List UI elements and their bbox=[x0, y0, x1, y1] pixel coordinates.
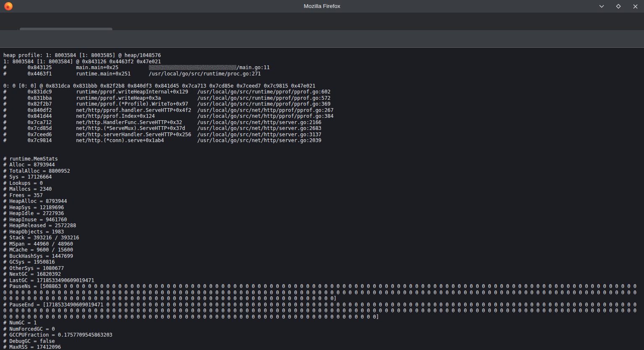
text-line: # NumGC = 1 bbox=[3, 320, 641, 326]
navigation-toolbar: localhost:8090/debug/pprof/heap?debug=1 bbox=[0, 30, 644, 48]
text-line: 0 0 0 0 0 0 0 0 0 0 0 0 0 0 0 0 0 0 0 0 … bbox=[3, 296, 641, 302]
text-line: # 0x840df2 net/http/pprof.handler.ServeH… bbox=[3, 107, 641, 114]
text-line: # Sys = 17126664 bbox=[3, 174, 641, 180]
text-line: # DebugGC = false bbox=[3, 338, 641, 345]
text-line: # BuckHashSys = 1447699 bbox=[3, 253, 641, 259]
text-line: # HeapObjects = 1983 bbox=[3, 229, 641, 235]
title-bar: Mozilla Firefox bbox=[0, 0, 644, 13]
text-line: # 0x7ca712 net/http.HandlerFunc.ServeHTT… bbox=[3, 119, 641, 126]
chevron-down-icon bbox=[599, 5, 604, 8]
text-line: # GCSys = 1950816 bbox=[3, 259, 641, 265]
text-line bbox=[3, 150, 641, 156]
text-line: 0: 0 [0: 0] @ 0x831dca 0x831bbb 0x82f2b8… bbox=[3, 83, 641, 89]
text-line: 0 0 0 0 0 0 0 0 0 0 0 0 0 0 0 0 0 0 0 0 … bbox=[3, 314, 641, 320]
text-line: # 0x831bba runtime/pprof.writeHeap+0x3a … bbox=[3, 95, 641, 101]
text-line: # HeapReleased = 2572288 bbox=[3, 223, 641, 229]
page-content: heap profile: 1: 8003584 [1: 8003585] @ … bbox=[0, 48, 644, 350]
text-line: # 0x7c9814 net/http.(*conn).serve+0x1ab4… bbox=[3, 137, 641, 144]
text-line bbox=[3, 77, 641, 83]
text-line: # PauseNs = [508863 0 0 0 0 0 0 0 0 0 0 … bbox=[3, 283, 641, 290]
text-line: # Mallocs = 2340 bbox=[3, 186, 641, 192]
redacted-path-blur bbox=[149, 65, 236, 70]
text-line: 0 0 0 0 0 0 0 0 0 0 0 0 0 0 0 0 0 0 0 0 … bbox=[3, 290, 641, 296]
pprof-text: heap profile: 1: 8003584 [1: 8003585] @ … bbox=[3, 52, 641, 350]
text-line: # LastGC = 1718533490609019471 bbox=[3, 277, 641, 284]
close-icon bbox=[633, 4, 638, 9]
tab-strip: localhost:8090/debug/pprof/h × + bbox=[0, 13, 644, 30]
text-line: # Alloc = 8793944 bbox=[3, 162, 641, 168]
text-line: # TotalAlloc = 8800952 bbox=[3, 168, 641, 174]
text-line: # 0x82f2b7 runtime/pprof.(*Profile).Writ… bbox=[3, 101, 641, 107]
text-line: # Lookups = 0 bbox=[3, 180, 641, 187]
text-line: # runtime.MemStats bbox=[3, 156, 641, 162]
text-line: 0 0 0 0 0 0 0 0 0 0 0 0 0 0 0 0 0 0 0 0 … bbox=[3, 308, 641, 314]
text-line: # Frees = 357 bbox=[3, 192, 641, 199]
firefox-window: Mozilla Firefox localhost:8090/debug/ppr… bbox=[0, 0, 644, 350]
maximize-button[interactable] bbox=[613, 1, 624, 12]
text-line: # 0x843125 main.main+0x25 /main.go:11 bbox=[3, 65, 641, 71]
text-line: heap profile: 1: 8003584 [1: 8003585] @ … bbox=[3, 52, 641, 59]
text-line: 1: 8003584 [1: 8003584] @ 0x843126 0x446… bbox=[3, 59, 641, 65]
text-line: # PauseEnd = [1718533490609019471 0 0 0 … bbox=[3, 302, 641, 308]
text-line: # MaxRSS = 17412096 bbox=[3, 344, 641, 350]
maximize-diamond-icon bbox=[616, 4, 621, 9]
text-line: # HeapInuse = 9461760 bbox=[3, 217, 641, 223]
text-line: # OtherSys = 1080677 bbox=[3, 265, 641, 272]
window-title: Mozilla Firefox bbox=[0, 0, 644, 13]
text-line: # NumForcedGC = 0 bbox=[3, 326, 641, 332]
text-line: # 0x831dc9 runtime/pprof.writeHeapIntern… bbox=[3, 89, 641, 95]
text-line: # HeapIdle = 2727936 bbox=[3, 210, 641, 217]
text-line: # HeapSys = 12189696 bbox=[3, 205, 641, 211]
text-line: # 0x7ceed6 net/http.serverHandler.ServeH… bbox=[3, 132, 641, 138]
minimize-button[interactable] bbox=[596, 1, 607, 12]
text-line: # NextGC = 16820392 bbox=[3, 271, 641, 277]
text-line: # Stack = 393216 / 393216 bbox=[3, 235, 641, 241]
close-window-button[interactable] bbox=[630, 1, 641, 12]
text-line: # GCCPUFraction = 0.1757709545863203 bbox=[3, 332, 641, 338]
text-line: # 0x841d44 net/http/pprof.Index+0x124 /u… bbox=[3, 113, 641, 119]
text-line: # MSpan = 44960 / 48960 bbox=[3, 241, 641, 247]
text-line: # MCache = 9600 / 15600 bbox=[3, 247, 641, 253]
text-line: # HeapAlloc = 8793944 bbox=[3, 198, 641, 205]
text-line: # 0x4463f1 runtime.main+0x251 /usr/local… bbox=[3, 71, 641, 77]
text-line bbox=[3, 144, 641, 150]
text-line: # 0x7cd85d net/http.(*ServeMux).ServeHTT… bbox=[3, 125, 641, 132]
